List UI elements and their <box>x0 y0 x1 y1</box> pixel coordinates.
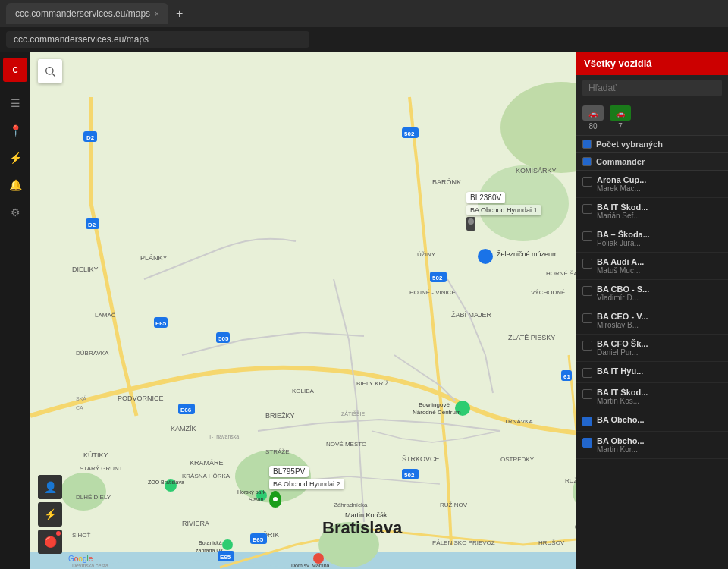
new-tab-button[interactable]: + <box>171 7 187 20</box>
svg-text:KOLIBA: KOLIBA <box>292 388 315 395</box>
map-alert-button[interactable]: 🔴 <box>38 530 62 554</box>
vehicle-name-2: BA – Škoda... <box>597 230 722 239</box>
vehicle-item-1[interactable]: BA IT Škod... Marián Šef... <box>576 198 728 225</box>
commander-header[interactable]: Commander <box>576 153 728 171</box>
vehicle-checkbox-7[interactable] <box>582 368 592 378</box>
svg-text:E65: E65 <box>155 320 167 327</box>
map-layers-button[interactable]: ⚡ <box>38 502 62 527</box>
sidebar-icon-settings[interactable]: ⚙ <box>3 200 27 225</box>
svg-text:KRÁSNA HÔRKA: KRÁSNA HÔRKA <box>182 473 231 479</box>
svg-text:HORNÉ ŠAJBY: HORNÉ ŠAJBY <box>546 270 576 277</box>
marker-sublabel-2: BA Obchod Hyundai 2 <box>269 479 344 489</box>
vehicle-checkbox-10[interactable] <box>582 438 592 448</box>
svg-text:KAMZÍK: KAMZÍK <box>171 425 196 432</box>
car-green-count: 7 <box>618 122 623 130</box>
vehicle-search-input[interactable] <box>582 80 722 96</box>
vehicle-item-3[interactable]: BA Audi A... Matuš Muc... <box>576 253 728 280</box>
svg-text:Slavín: Slavín <box>249 497 264 502</box>
vehicle-info-9: BA Obcho... <box>597 415 722 424</box>
vehicle-checkbox-2[interactable] <box>582 231 592 241</box>
marker-bl2380v[interactable]: BL2380V BA Obchod Hyundai 1 <box>466 192 541 231</box>
vehicle-checkbox-8[interactable] <box>582 389 592 399</box>
sidebar-icon-map[interactable]: 📍 <box>3 118 27 143</box>
svg-line-109 <box>52 74 55 77</box>
svg-text:VÝCHODNÉ: VÝCHODNÉ <box>531 289 565 296</box>
vehicle-item-9[interactable]: BA Obcho... <box>576 410 728 432</box>
address-bar[interactable]: ccc.commanderservices.eu/maps <box>6 31 309 48</box>
tab-close-button[interactable]: × <box>155 10 159 18</box>
svg-text:502: 502 <box>404 130 415 137</box>
map-person-button[interactable]: 👤 <box>38 475 62 499</box>
vehicle-item-10[interactable]: BA Obcho... Martin Kor... <box>576 432 728 459</box>
svg-text:NOVÉ MESTO: NOVÉ MESTO <box>326 441 366 448</box>
svg-text:RUŽINOV: RUŽINOV <box>565 477 576 484</box>
vehicle-item-2[interactable]: BA – Škoda... Poliak Jura... <box>576 225 728 253</box>
svg-text:Bratislava: Bratislava <box>322 518 403 537</box>
svg-text:D2: D2 <box>86 134 95 141</box>
svg-text:D2: D2 <box>88 222 96 228</box>
vehicle-checkbox-9[interactable] <box>582 417 592 426</box>
vehicle-info-10: BA Obcho... Martin Kor... <box>597 436 722 454</box>
marker-sublabel-1: BA Obchod Hyundai 1 <box>466 205 541 215</box>
svg-text:BRIEŽKY: BRIEŽKY <box>265 412 295 420</box>
vehicle-info-5: BA CEO - V... Miroslav B... <box>597 312 722 329</box>
vehicle-name-9: BA Obcho... <box>597 415 722 424</box>
vehicle-type-car: 🚗 80 <box>582 105 604 130</box>
vehicle-item-5[interactable]: BA CEO - V... Miroslav B... <box>576 307 728 335</box>
svg-text:SKÁ: SKÁ <box>76 395 86 401</box>
svg-text:KRAMÁRE: KRAMÁRE <box>190 459 224 467</box>
vehicle-info-0: Arona Cup... Marek Mac... <box>597 175 722 193</box>
vehicle-item-8[interactable]: BA IT Škod... Martin Kos... <box>576 383 728 410</box>
svg-point-24 <box>222 539 233 550</box>
svg-point-108 <box>46 68 53 74</box>
svg-text:(Vrakuňský lesík): (Vrakuňský lesík) <box>575 523 576 530</box>
vehicle-driver-0: Marek Mac... <box>597 184 722 193</box>
map-controls: 👤 ⚡ 🔴 <box>38 475 62 554</box>
svg-text:BARÓNK: BARÓNK <box>432 178 461 186</box>
sidebar-logo: C <box>3 58 27 82</box>
vehicle-driver-3: Matuš Muc... <box>597 266 722 275</box>
address-bar-row: ccc.commanderservices.eu/maps <box>0 27 728 52</box>
vehicle-name-3: BA Audi A... <box>597 257 722 266</box>
svg-text:ZOO Bratislava: ZOO Bratislava <box>148 479 184 485</box>
selected-count-header[interactable]: Počet vybraných <box>576 136 728 153</box>
vehicle-item-6[interactable]: BA CFO Šk... Daniel Pur... <box>576 335 728 362</box>
vehicle-item-7[interactable]: BA IT Hyu... <box>576 362 728 383</box>
vehicle-checkbox-1[interactable] <box>582 204 592 214</box>
svg-text:ŽABÍ MAJER: ŽABÍ MAJER <box>451 311 492 319</box>
map-search-button[interactable] <box>38 59 62 83</box>
vehicle-info-6: BA CFO Šk... Daniel Pur... <box>597 339 722 357</box>
svg-text:E65: E65 <box>253 536 264 543</box>
car-count: 80 <box>588 122 597 130</box>
svg-text:DIELIKY: DIELIKY <box>72 266 99 273</box>
vehicle-checkbox-6[interactable] <box>582 341 592 351</box>
svg-text:502: 502 <box>432 275 443 281</box>
car-green-icon: 🚗 <box>610 105 631 121</box>
commander-checkbox[interactable] <box>582 157 592 166</box>
svg-text:Devínska cesta: Devínska cesta <box>72 563 108 568</box>
sidebar-icon-menu[interactable]: ☰ <box>3 91 27 115</box>
svg-text:Železničné múzeum: Železničné múzeum <box>497 250 558 258</box>
svg-text:Dóm sv. Martina: Dóm sv. Martina <box>291 563 330 568</box>
vehicle-name-5: BA CEO - V... <box>597 312 722 321</box>
vehicle-item-0[interactable]: Arona Cup... Marek Mac... <box>576 171 728 198</box>
sidebar-icon-lightning[interactable]: ⚡ <box>3 146 27 170</box>
svg-text:STARÝ GRUNT: STARÝ GRUNT <box>80 465 123 472</box>
vehicle-checkbox-5[interactable] <box>582 313 592 323</box>
panel-header: Všetky vozidlá <box>576 52 728 75</box>
marker-bl795pv[interactable]: BL795PV BA Obchod Hyundai 2 <box>269 466 344 508</box>
sidebar-icon-bell[interactable]: 🔔 <box>3 173 27 197</box>
vehicle-name-0: Arona Cup... <box>597 175 722 184</box>
selected-count-checkbox[interactable] <box>582 140 592 149</box>
vehicle-checkbox-0[interactable] <box>582 177 592 187</box>
google-logo: Google <box>68 555 93 563</box>
svg-text:ZLATÉ PIESKY: ZLATÉ PIESKY <box>508 334 555 341</box>
active-tab[interactable]: ccc.commanderservices.eu/maps × <box>6 3 168 24</box>
svg-text:Martin Korčák: Martin Korčák <box>345 511 388 519</box>
vehicle-checkbox-4[interactable] <box>582 286 592 296</box>
svg-text:LAMAČ: LAMAČ <box>95 312 116 319</box>
vehicle-item-4[interactable]: BA CBO - S... Vladimír D... <box>576 280 728 307</box>
car-icon: 🚗 <box>582 105 604 121</box>
vehicle-checkbox-3[interactable] <box>582 259 592 269</box>
vehicle-type-bar: 🚗 80 🚗 7 <box>576 101 728 136</box>
